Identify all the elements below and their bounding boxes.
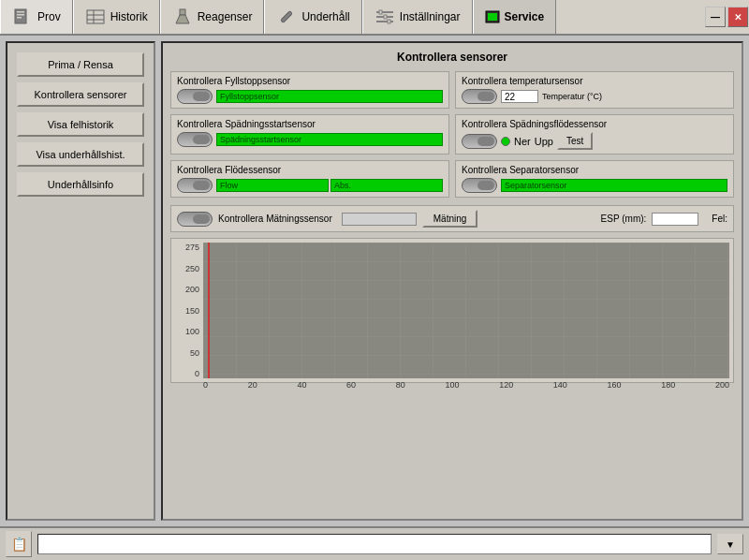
flow-bar: Flow xyxy=(216,179,329,192)
svg-marker-9 xyxy=(176,15,189,23)
x-label-80: 80 xyxy=(396,380,405,390)
prima-rensa-button[interactable]: Prima / Rensa xyxy=(17,52,144,77)
y-label-0: 0 xyxy=(195,369,199,378)
status-dropdown[interactable]: ▼ xyxy=(717,534,743,554)
x-label-60: 60 xyxy=(346,380,356,390)
wrench-icon xyxy=(276,8,297,25)
sensor-flodesensor-label: Kontrollera Flödessensor xyxy=(177,165,443,175)
sensor-separatorsensor-label: Kontrollera Separatorsensor xyxy=(462,165,727,175)
y-label-50: 50 xyxy=(190,348,199,358)
x-label-160: 160 xyxy=(608,380,622,390)
nav-tab-historik-label: Historik xyxy=(110,10,148,23)
sensor-spadningsflodesensor-label: Kontrollera Spädningsflödessensor xyxy=(462,119,727,129)
sensor-spadningsflodesensor: Kontrollera Spädningsflödessensor Ner Up… xyxy=(455,114,734,155)
temperature-input[interactable] xyxy=(501,90,538,103)
y-label-275: 275 xyxy=(185,243,199,252)
kontrollera-sensorer-button[interactable]: Kontrollera sensorer xyxy=(17,82,144,107)
fel-label: Fel: xyxy=(712,214,727,224)
status-bar: 📋 ▼ xyxy=(0,526,749,560)
sensor-fyllstopp-indicator: Fyllstoppsensor xyxy=(216,90,443,103)
nav-tab-installningar-label: Inställningar xyxy=(400,10,461,23)
y-label-100: 100 xyxy=(185,327,199,336)
status-icon[interactable]: 📋 xyxy=(6,531,32,557)
y-axis: 275 250 200 150 100 50 0 xyxy=(175,243,203,378)
sensor-fyllstopp-toggle[interactable] xyxy=(177,89,213,104)
sensor-temperatur-controls: Temperatur (°C) xyxy=(462,89,727,104)
x-label-200: 200 xyxy=(715,380,729,390)
svg-rect-15 xyxy=(384,15,387,19)
right-panel: Kontrollera sensorer Kontrollera Fyllsto… xyxy=(161,41,743,521)
flask-icon xyxy=(172,8,193,25)
sensor-temperatur-label: Kontrollera temperatursensor xyxy=(462,76,727,86)
abs-bar: Abs. xyxy=(330,179,443,192)
matning-sensor-label: Kontrollera Mätningssensor xyxy=(218,214,332,224)
matning-input[interactable] xyxy=(342,213,417,226)
esp-input[interactable] xyxy=(652,213,698,226)
sensor-separatorsensor-toggle[interactable] xyxy=(462,178,497,193)
x-axis: 0 20 40 60 80 100 120 140 160 180 200 xyxy=(175,378,729,390)
nav-tab-underhall-label: Underhåll xyxy=(301,10,349,23)
sensor-spadningsstart-controls: Spädningsstartsensor xyxy=(177,132,443,147)
sensor-spadningsflodesensor-controls: Ner Upp Test xyxy=(462,132,727,150)
panel-title: Kontrollera sensorer xyxy=(170,51,734,64)
sensor-flodesensor-toggle[interactable] xyxy=(177,178,213,193)
nav-bar: Prov Historik Reagenser Underhåll xyxy=(0,0,749,36)
svg-rect-3 xyxy=(17,17,22,19)
sensor-flodesensor-controls: Flow Abs. xyxy=(177,178,443,193)
svg-rect-16 xyxy=(388,20,390,23)
ner-label: Ner xyxy=(514,136,531,147)
sensor-fyllstopp-label: Kontrollera Fyllstoppsensor xyxy=(177,76,443,86)
x-label-140: 140 xyxy=(553,380,567,390)
x-label-0: 0 xyxy=(203,380,208,390)
svg-rect-2 xyxy=(17,14,24,16)
nav-tab-historik[interactable]: Historik xyxy=(73,0,160,34)
radio-group: Ner Upp xyxy=(501,136,553,147)
dual-bar: Flow Abs. xyxy=(216,179,443,192)
main-content: Prima / Rensa Kontrollera sensorer Visa … xyxy=(0,36,749,526)
chart-container: 275 250 200 150 100 50 0 xyxy=(170,238,734,383)
sensor-temperatur-toggle[interactable] xyxy=(462,89,497,104)
matning-toggle[interactable] xyxy=(177,212,213,227)
y-label-200: 200 xyxy=(185,285,199,294)
left-sidebar: Prima / Rensa Kontrollera sensorer Visa … xyxy=(6,41,155,521)
sensor-separatorsensor: Kontrollera Separatorsensor Separatorsen… xyxy=(455,160,734,198)
service-icon xyxy=(485,10,500,23)
sensor-spadningsstart-label: Kontrollera Spädningsstartsensor xyxy=(177,119,443,129)
sensor-fyllstopp-controls: Fyllstoppsensor xyxy=(177,89,443,104)
matning-button[interactable]: Mätning xyxy=(422,210,478,228)
svg-rect-10 xyxy=(281,11,293,23)
x-label-20: 20 xyxy=(248,380,257,390)
settings-icon xyxy=(374,8,395,25)
chart-area xyxy=(203,243,729,378)
sensor-separatorsensor-controls: Separatorsensor xyxy=(462,178,727,193)
test-button[interactable]: Test xyxy=(557,132,593,150)
nav-tab-reagenser-label: Reagenser xyxy=(198,10,253,23)
sensor-flodesensor: Kontrollera Flödessensor Flow Abs. xyxy=(170,160,449,198)
close-button[interactable]: ✕ xyxy=(727,7,748,27)
minimize-button[interactable]: — xyxy=(705,7,726,27)
sensor-spadningsstart-indicator: Spädningsstartsensor xyxy=(216,133,443,146)
chart-inner: 275 250 200 150 100 50 0 xyxy=(175,243,729,378)
sensor-separatorsensor-indicator: Separatorsensor xyxy=(501,179,727,192)
visa-felhistorik-button[interactable]: Visa felhistorik xyxy=(17,112,144,137)
y-label-250: 250 xyxy=(185,264,199,273)
x-label-180: 180 xyxy=(661,380,675,390)
status-text-box xyxy=(37,534,712,554)
esp-label: ESP (mm): xyxy=(601,214,647,224)
document-icon xyxy=(12,8,33,25)
upp-label: Upp xyxy=(535,136,553,147)
nav-tab-service[interactable]: Service xyxy=(473,0,557,34)
svg-rect-19 xyxy=(203,243,729,378)
svg-rect-1 xyxy=(17,11,24,13)
visa-underhallshist-button[interactable]: Visa underhållshist. xyxy=(17,142,144,167)
svg-rect-14 xyxy=(379,10,382,14)
nav-tab-underhall[interactable]: Underhåll xyxy=(264,0,361,34)
x-label-100: 100 xyxy=(445,380,459,390)
sensor-spadningsflodesensor-toggle[interactable] xyxy=(462,134,497,149)
sensor-spadningsstart-toggle[interactable] xyxy=(177,132,213,147)
nav-tab-reagenser[interactable]: Reagenser xyxy=(160,0,265,34)
underhallsinfo-button[interactable]: Underhållsinfo xyxy=(17,172,144,197)
x-label-40: 40 xyxy=(297,380,306,390)
nav-tab-installningar[interactable]: Inställningar xyxy=(362,0,473,34)
nav-tab-prov[interactable]: Prov xyxy=(0,0,73,34)
